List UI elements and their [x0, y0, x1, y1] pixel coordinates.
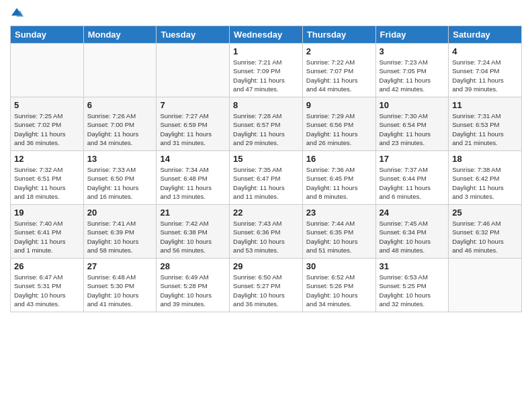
- calendar-day-cell: 10Sunrise: 7:30 AM Sunset: 6:54 PM Dayli…: [375, 97, 449, 151]
- calendar-week-row: 26Sunrise: 6:47 AM Sunset: 5:31 PM Dayli…: [11, 259, 522, 312]
- calendar-day-cell: 11Sunrise: 7:31 AM Sunset: 6:53 PM Dayli…: [449, 97, 522, 151]
- day-info: Sunrise: 7:41 AM Sunset: 6:39 PM Dayligh…: [87, 219, 153, 255]
- calendar-day-cell: 31Sunrise: 6:53 AM Sunset: 5:25 PM Dayli…: [375, 259, 449, 312]
- logo-icon: [10, 7, 24, 20]
- day-info: Sunrise: 7:35 AM Sunset: 6:47 PM Dayligh…: [233, 165, 299, 201]
- calendar-day-cell: [157, 44, 230, 97]
- day-info: Sunrise: 6:49 AM Sunset: 5:28 PM Dayligh…: [160, 273, 226, 308]
- day-number: 12: [14, 154, 80, 164]
- calendar-day-cell: 20Sunrise: 7:41 AM Sunset: 6:39 PM Dayli…: [83, 205, 157, 259]
- day-info: Sunrise: 6:47 AM Sunset: 5:31 PM Dayligh…: [14, 273, 80, 308]
- day-info: Sunrise: 7:29 AM Sunset: 6:56 PM Dayligh…: [306, 111, 372, 147]
- calendar-day-cell: 7Sunrise: 7:27 AM Sunset: 6:59 PM Daylig…: [157, 97, 230, 151]
- page-header: [10, 7, 522, 20]
- day-number: 13: [87, 154, 153, 164]
- day-number: 15: [233, 154, 299, 164]
- col-monday: Monday: [83, 26, 157, 44]
- day-number: 2: [306, 46, 372, 56]
- calendar-day-cell: 17Sunrise: 7:37 AM Sunset: 6:44 PM Dayli…: [375, 151, 449, 205]
- day-info: Sunrise: 7:45 AM Sunset: 6:34 PM Dayligh…: [380, 219, 445, 255]
- day-number: 11: [452, 100, 518, 110]
- col-thursday: Thursday: [302, 26, 375, 44]
- day-number: 28: [160, 261, 226, 271]
- day-number: 7: [160, 100, 226, 110]
- calendar-day-cell: 1Sunrise: 7:21 AM Sunset: 7:09 PM Daylig…: [230, 44, 303, 97]
- calendar-day-cell: 8Sunrise: 7:28 AM Sunset: 6:57 PM Daylig…: [230, 97, 303, 151]
- day-info: Sunrise: 7:25 AM Sunset: 7:02 PM Dayligh…: [14, 111, 80, 147]
- day-number: 29: [233, 261, 299, 271]
- calendar-table: Sunday Monday Tuesday Wednesday Thursday…: [10, 26, 522, 312]
- day-info: Sunrise: 7:44 AM Sunset: 6:35 PM Dayligh…: [306, 219, 372, 255]
- calendar-header-row: Sunday Monday Tuesday Wednesday Thursday…: [11, 26, 522, 44]
- day-info: Sunrise: 6:50 AM Sunset: 5:27 PM Dayligh…: [233, 273, 299, 308]
- day-number: 20: [87, 208, 153, 218]
- calendar-day-cell: 9Sunrise: 7:29 AM Sunset: 6:56 PM Daylig…: [302, 97, 375, 151]
- calendar-day-cell: 25Sunrise: 7:46 AM Sunset: 6:32 PM Dayli…: [449, 205, 522, 259]
- day-number: 18: [452, 154, 518, 164]
- calendar-day-cell: 15Sunrise: 7:35 AM Sunset: 6:47 PM Dayli…: [230, 151, 303, 205]
- calendar-day-cell: 22Sunrise: 7:43 AM Sunset: 6:36 PM Dayli…: [230, 205, 303, 259]
- day-number: 21: [160, 208, 226, 218]
- calendar-day-cell: 5Sunrise: 7:25 AM Sunset: 7:02 PM Daylig…: [11, 97, 84, 151]
- day-number: 25: [452, 208, 518, 218]
- calendar-day-cell: 27Sunrise: 6:48 AM Sunset: 5:30 PM Dayli…: [83, 259, 157, 312]
- day-number: 31: [380, 261, 445, 271]
- calendar-day-cell: 4Sunrise: 7:24 AM Sunset: 7:04 PM Daylig…: [449, 44, 522, 97]
- day-info: Sunrise: 7:32 AM Sunset: 6:51 PM Dayligh…: [14, 165, 80, 201]
- day-number: 10: [380, 100, 445, 110]
- day-number: 30: [306, 261, 372, 271]
- day-number: 17: [380, 154, 445, 164]
- calendar-day-cell: 28Sunrise: 6:49 AM Sunset: 5:28 PM Dayli…: [157, 259, 230, 312]
- day-info: Sunrise: 7:40 AM Sunset: 6:41 PM Dayligh…: [14, 219, 80, 255]
- day-number: 24: [380, 208, 445, 218]
- day-info: Sunrise: 7:34 AM Sunset: 6:48 PM Dayligh…: [160, 165, 226, 201]
- calendar-week-row: 12Sunrise: 7:32 AM Sunset: 6:51 PM Dayli…: [11, 151, 522, 205]
- calendar-day-cell: 30Sunrise: 6:52 AM Sunset: 5:26 PM Dayli…: [302, 259, 375, 312]
- day-info: Sunrise: 7:38 AM Sunset: 6:42 PM Dayligh…: [452, 165, 518, 201]
- day-info: Sunrise: 6:48 AM Sunset: 5:30 PM Dayligh…: [87, 273, 153, 308]
- day-number: 22: [233, 208, 299, 218]
- calendar-week-row: 1Sunrise: 7:21 AM Sunset: 7:09 PM Daylig…: [11, 44, 522, 97]
- day-info: Sunrise: 6:52 AM Sunset: 5:26 PM Dayligh…: [306, 273, 372, 308]
- day-info: Sunrise: 7:46 AM Sunset: 6:32 PM Dayligh…: [452, 219, 518, 255]
- day-info: Sunrise: 7:37 AM Sunset: 6:44 PM Dayligh…: [380, 165, 445, 201]
- day-info: Sunrise: 7:42 AM Sunset: 6:38 PM Dayligh…: [160, 219, 226, 255]
- day-number: 4: [452, 46, 518, 56]
- day-number: 19: [14, 208, 80, 218]
- day-number: 14: [160, 154, 226, 164]
- day-info: Sunrise: 7:23 AM Sunset: 7:05 PM Dayligh…: [380, 58, 445, 93]
- day-info: Sunrise: 7:26 AM Sunset: 7:00 PM Dayligh…: [87, 111, 153, 147]
- day-info: Sunrise: 6:53 AM Sunset: 5:25 PM Dayligh…: [380, 273, 445, 308]
- calendar-day-cell: 23Sunrise: 7:44 AM Sunset: 6:35 PM Dayli…: [302, 205, 375, 259]
- calendar-day-cell: 26Sunrise: 6:47 AM Sunset: 5:31 PM Dayli…: [11, 259, 84, 312]
- calendar-week-row: 19Sunrise: 7:40 AM Sunset: 6:41 PM Dayli…: [11, 205, 522, 259]
- day-info: Sunrise: 7:33 AM Sunset: 6:50 PM Dayligh…: [87, 165, 153, 201]
- calendar-day-cell: 19Sunrise: 7:40 AM Sunset: 6:41 PM Dayli…: [11, 205, 84, 259]
- page-container: Sunday Monday Tuesday Wednesday Thursday…: [0, 0, 532, 411]
- day-number: 8: [233, 100, 299, 110]
- calendar-day-cell: [449, 259, 522, 312]
- col-saturday: Saturday: [449, 26, 522, 44]
- day-info: Sunrise: 7:21 AM Sunset: 7:09 PM Dayligh…: [233, 58, 299, 93]
- calendar-day-cell: 2Sunrise: 7:22 AM Sunset: 7:07 PM Daylig…: [302, 44, 375, 97]
- day-info: Sunrise: 7:27 AM Sunset: 6:59 PM Dayligh…: [160, 111, 226, 147]
- calendar-day-cell: 3Sunrise: 7:23 AM Sunset: 7:05 PM Daylig…: [375, 44, 449, 97]
- day-number: 27: [87, 261, 153, 271]
- col-wednesday: Wednesday: [230, 26, 303, 44]
- calendar-day-cell: 18Sunrise: 7:38 AM Sunset: 6:42 PM Dayli…: [449, 151, 522, 205]
- day-info: Sunrise: 7:28 AM Sunset: 6:57 PM Dayligh…: [233, 111, 299, 147]
- calendar-day-cell: 16Sunrise: 7:36 AM Sunset: 6:45 PM Dayli…: [302, 151, 375, 205]
- day-number: 23: [306, 208, 372, 218]
- calendar-day-cell: 14Sunrise: 7:34 AM Sunset: 6:48 PM Dayli…: [157, 151, 230, 205]
- logo: [10, 7, 26, 20]
- calendar-day-cell: 6Sunrise: 7:26 AM Sunset: 7:00 PM Daylig…: [83, 97, 157, 151]
- calendar-week-row: 5Sunrise: 7:25 AM Sunset: 7:02 PM Daylig…: [11, 97, 522, 151]
- day-number: 6: [87, 100, 153, 110]
- calendar-day-cell: [83, 44, 157, 97]
- calendar-day-cell: 24Sunrise: 7:45 AM Sunset: 6:34 PM Dayli…: [375, 205, 449, 259]
- calendar-day-cell: 13Sunrise: 7:33 AM Sunset: 6:50 PM Dayli…: [83, 151, 157, 205]
- day-number: 26: [14, 261, 80, 271]
- col-tuesday: Tuesday: [157, 26, 230, 44]
- col-sunday: Sunday: [11, 26, 84, 44]
- day-info: Sunrise: 7:31 AM Sunset: 6:53 PM Dayligh…: [452, 111, 518, 147]
